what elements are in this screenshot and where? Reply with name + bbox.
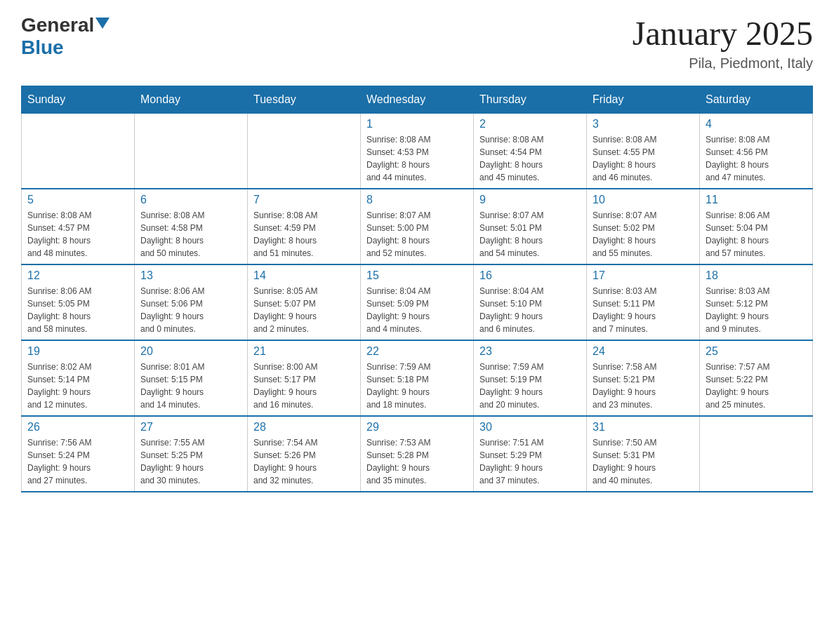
- day-number: 10: [593, 194, 694, 206]
- day-info: Sunrise: 7:56 AM Sunset: 5:24 PM Dayligh…: [27, 436, 128, 487]
- calendar-day-26: 26Sunrise: 7:56 AM Sunset: 5:24 PM Dayli…: [22, 416, 135, 492]
- calendar-day-header-monday: Monday: [135, 86, 248, 114]
- calendar-day-18: 18Sunrise: 8:03 AM Sunset: 5:12 PM Dayli…: [700, 264, 813, 340]
- day-number: 5: [27, 194, 128, 206]
- calendar-day-24: 24Sunrise: 7:58 AM Sunset: 5:21 PM Dayli…: [587, 340, 700, 416]
- calendar-day-28: 28Sunrise: 7:54 AM Sunset: 5:26 PM Dayli…: [248, 416, 361, 492]
- calendar-day-9: 9Sunrise: 8:07 AM Sunset: 5:01 PM Daylig…: [474, 189, 587, 264]
- calendar-day-13: 13Sunrise: 8:06 AM Sunset: 5:06 PM Dayli…: [135, 264, 248, 340]
- calendar-day-header-saturday: Saturday: [700, 86, 813, 114]
- day-info: Sunrise: 8:08 AM Sunset: 4:59 PM Dayligh…: [253, 209, 355, 260]
- day-number: 1: [366, 118, 468, 130]
- day-number: 28: [253, 421, 355, 434]
- calendar-day-header-wednesday: Wednesday: [361, 86, 474, 114]
- calendar-day-7: 7Sunrise: 8:08 AM Sunset: 4:59 PM Daylig…: [248, 189, 361, 264]
- calendar-week-row: 1Sunrise: 8:08 AM Sunset: 4:53 PM Daylig…: [22, 114, 813, 189]
- logo: General Blue: [21, 14, 110, 59]
- calendar-day-header-tuesday: Tuesday: [248, 86, 361, 114]
- day-number: 19: [27, 345, 128, 358]
- logo-general-text: General: [21, 14, 94, 36]
- calendar-week-row: 5Sunrise: 8:08 AM Sunset: 4:57 PM Daylig…: [22, 189, 813, 264]
- calendar-day-16: 16Sunrise: 8:04 AM Sunset: 5:10 PM Dayli…: [474, 264, 587, 340]
- calendar-day-2: 2Sunrise: 8:08 AM Sunset: 4:54 PM Daylig…: [474, 114, 587, 189]
- day-number: 15: [366, 269, 468, 282]
- day-number: 27: [140, 421, 241, 434]
- day-info: Sunrise: 8:00 AM Sunset: 5:17 PM Dayligh…: [253, 361, 355, 411]
- day-info: Sunrise: 8:08 AM Sunset: 4:54 PM Dayligh…: [479, 133, 581, 184]
- day-info: Sunrise: 8:03 AM Sunset: 5:12 PM Dayligh…: [706, 285, 807, 335]
- day-info: Sunrise: 8:06 AM Sunset: 5:04 PM Dayligh…: [706, 209, 807, 260]
- day-info: Sunrise: 8:08 AM Sunset: 4:58 PM Dayligh…: [140, 209, 241, 260]
- calendar-day-19: 19Sunrise: 8:02 AM Sunset: 5:14 PM Dayli…: [22, 340, 135, 416]
- day-info: Sunrise: 7:57 AM Sunset: 5:22 PM Dayligh…: [706, 361, 807, 411]
- day-number: 16: [479, 269, 581, 282]
- calendar-day-30: 30Sunrise: 7:51 AM Sunset: 5:29 PM Dayli…: [474, 416, 587, 492]
- day-info: Sunrise: 7:51 AM Sunset: 5:29 PM Dayligh…: [479, 436, 581, 487]
- day-info: Sunrise: 7:59 AM Sunset: 5:19 PM Dayligh…: [479, 361, 581, 411]
- calendar-day-21: 21Sunrise: 8:00 AM Sunset: 5:17 PM Dayli…: [248, 340, 361, 416]
- day-info: Sunrise: 7:59 AM Sunset: 5:18 PM Dayligh…: [366, 361, 468, 411]
- day-info: Sunrise: 7:54 AM Sunset: 5:26 PM Dayligh…: [253, 436, 355, 487]
- day-number: 6: [140, 194, 241, 206]
- day-number: 21: [253, 345, 355, 358]
- day-number: 22: [366, 345, 468, 358]
- calendar-day-1: 1Sunrise: 8:08 AM Sunset: 4:53 PM Daylig…: [361, 114, 474, 189]
- day-number: 8: [366, 194, 468, 206]
- header: General Blue January 2025 Pila, Piedmont…: [21, 14, 813, 72]
- calendar-day-3: 3Sunrise: 8:08 AM Sunset: 4:55 PM Daylig…: [587, 114, 700, 189]
- calendar-day-23: 23Sunrise: 7:59 AM Sunset: 5:19 PM Dayli…: [474, 340, 587, 416]
- day-number: 24: [593, 345, 694, 358]
- logo-blue-text: Blue: [21, 36, 64, 59]
- day-info: Sunrise: 8:08 AM Sunset: 4:57 PM Dayligh…: [27, 209, 128, 260]
- page: General Blue January 2025 Pila, Piedmont…: [0, 0, 834, 514]
- calendar-table: SundayMondayTuesdayWednesdayThursdayFrid…: [21, 86, 813, 492]
- day-info: Sunrise: 8:03 AM Sunset: 5:11 PM Dayligh…: [593, 285, 694, 335]
- day-info: Sunrise: 7:58 AM Sunset: 5:21 PM Dayligh…: [593, 361, 694, 411]
- calendar-empty-cell: [22, 114, 135, 189]
- day-number: 23: [479, 345, 581, 358]
- calendar-day-20: 20Sunrise: 8:01 AM Sunset: 5:15 PM Dayli…: [135, 340, 248, 416]
- calendar-week-row: 19Sunrise: 8:02 AM Sunset: 5:14 PM Dayli…: [22, 340, 813, 416]
- calendar-day-17: 17Sunrise: 8:03 AM Sunset: 5:11 PM Dayli…: [587, 264, 700, 340]
- location-text: Pila, Piedmont, Italy: [633, 55, 813, 72]
- calendar-day-11: 11Sunrise: 8:06 AM Sunset: 5:04 PM Dayli…: [700, 189, 813, 264]
- day-number: 3: [593, 118, 694, 130]
- day-info: Sunrise: 7:53 AM Sunset: 5:28 PM Dayligh…: [366, 436, 468, 487]
- calendar-day-31: 31Sunrise: 7:50 AM Sunset: 5:31 PM Dayli…: [587, 416, 700, 492]
- day-number: 31: [593, 421, 694, 434]
- calendar-day-29: 29Sunrise: 7:53 AM Sunset: 5:28 PM Dayli…: [361, 416, 474, 492]
- day-info: Sunrise: 8:06 AM Sunset: 5:05 PM Dayligh…: [27, 285, 128, 335]
- day-number: 13: [140, 269, 241, 282]
- day-number: 26: [27, 421, 128, 434]
- calendar-header-row: SundayMondayTuesdayWednesdayThursdayFrid…: [22, 86, 813, 114]
- day-number: 30: [479, 421, 581, 434]
- calendar-day-header-thursday: Thursday: [474, 86, 587, 114]
- day-info: Sunrise: 8:08 AM Sunset: 4:55 PM Dayligh…: [593, 133, 694, 184]
- calendar-empty-cell: [700, 416, 813, 492]
- calendar-day-8: 8Sunrise: 8:07 AM Sunset: 5:00 PM Daylig…: [361, 189, 474, 264]
- calendar-empty-cell: [248, 114, 361, 189]
- day-info: Sunrise: 8:08 AM Sunset: 4:56 PM Dayligh…: [706, 133, 807, 184]
- calendar-day-14: 14Sunrise: 8:05 AM Sunset: 5:07 PM Dayli…: [248, 264, 361, 340]
- day-number: 25: [706, 345, 807, 358]
- day-number: 11: [706, 194, 807, 206]
- calendar-day-25: 25Sunrise: 7:57 AM Sunset: 5:22 PM Dayli…: [700, 340, 813, 416]
- day-number: 2: [479, 118, 581, 130]
- day-info: Sunrise: 7:55 AM Sunset: 5:25 PM Dayligh…: [140, 436, 241, 487]
- day-info: Sunrise: 8:07 AM Sunset: 5:00 PM Dayligh…: [366, 209, 468, 260]
- day-number: 29: [366, 421, 468, 434]
- calendar-day-10: 10Sunrise: 8:07 AM Sunset: 5:02 PM Dayli…: [587, 189, 700, 264]
- calendar-day-27: 27Sunrise: 7:55 AM Sunset: 5:25 PM Dayli…: [135, 416, 248, 492]
- day-info: Sunrise: 8:04 AM Sunset: 5:09 PM Dayligh…: [366, 285, 468, 335]
- day-number: 14: [253, 269, 355, 282]
- day-info: Sunrise: 8:04 AM Sunset: 5:10 PM Dayligh…: [479, 285, 581, 335]
- calendar-day-header-friday: Friday: [587, 86, 700, 114]
- calendar-empty-cell: [135, 114, 248, 189]
- calendar-day-header-sunday: Sunday: [22, 86, 135, 114]
- day-info: Sunrise: 8:08 AM Sunset: 4:53 PM Dayligh…: [366, 133, 468, 184]
- day-info: Sunrise: 8:07 AM Sunset: 5:02 PM Dayligh…: [593, 209, 694, 260]
- day-info: Sunrise: 8:05 AM Sunset: 5:07 PM Dayligh…: [253, 285, 355, 335]
- calendar-week-row: 12Sunrise: 8:06 AM Sunset: 5:05 PM Dayli…: [22, 264, 813, 340]
- day-number: 18: [706, 269, 807, 282]
- calendar-day-15: 15Sunrise: 8:04 AM Sunset: 5:09 PM Dayli…: [361, 264, 474, 340]
